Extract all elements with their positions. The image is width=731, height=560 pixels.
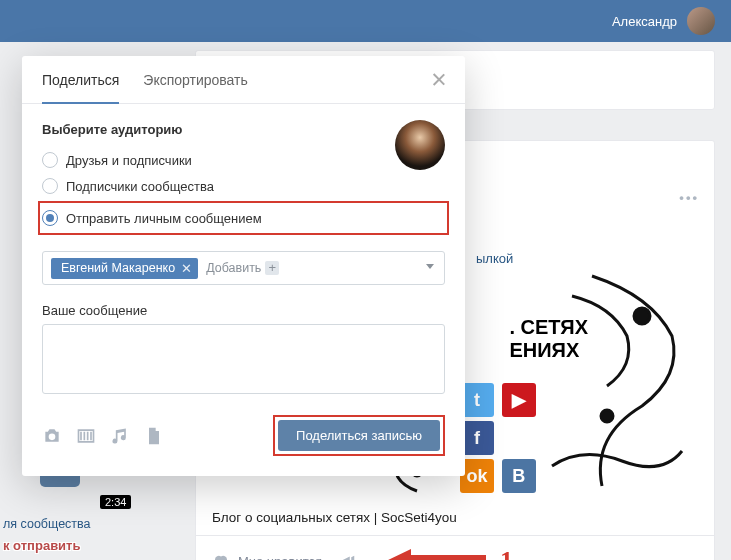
- username[interactable]: Александр: [612, 14, 677, 29]
- social-icons: t ▶ f ok B: [458, 381, 548, 495]
- radio-label: Отправить личным сообщением: [66, 211, 262, 226]
- avatar[interactable]: [687, 7, 715, 35]
- attach-row: [42, 426, 164, 446]
- image-text: . СЕТЯХ ЕНИЯХ: [509, 316, 588, 362]
- like-icon[interactable]: [212, 552, 230, 560]
- radio-friends[interactable]: Друзья и подписчики: [42, 147, 445, 173]
- annotation-arrow-1: [386, 546, 486, 560]
- more-menu-icon[interactable]: •••: [679, 190, 699, 205]
- share-button[interactable]: Поделиться записью: [278, 420, 440, 451]
- post-footer: Мне нравится 1.: [196, 535, 714, 560]
- tutorial-text-1: к отправить: [3, 538, 180, 555]
- profile-picture: [395, 120, 445, 170]
- radio-label: Друзья и подписчики: [66, 153, 192, 168]
- chip-name: Евгений Макаренко: [61, 261, 175, 275]
- facebook-icon: f: [460, 421, 494, 455]
- tab-share[interactable]: Поделиться: [42, 56, 119, 104]
- radio-label: Подписчики сообщества: [66, 179, 214, 194]
- radio-private-message[interactable]: Отправить личным сообщением: [42, 205, 445, 231]
- camera-icon[interactable]: [42, 426, 62, 446]
- document-icon[interactable]: [144, 426, 164, 446]
- svg-point-0: [634, 308, 650, 324]
- audience-title: Выберите аудиторию: [42, 122, 445, 137]
- music-icon[interactable]: [110, 426, 130, 446]
- video-icon[interactable]: [76, 426, 96, 446]
- like-label[interactable]: Мне нравится: [238, 554, 322, 561]
- radio-community[interactable]: Подписчики сообщества: [42, 173, 445, 199]
- message-input[interactable]: [42, 324, 445, 394]
- message-label: Ваше сообщение: [42, 303, 445, 318]
- link-fragment[interactable]: ылкой: [476, 251, 714, 266]
- close-icon[interactable]: [429, 70, 449, 90]
- highlight-box-2: Отправить личным сообщением: [38, 201, 449, 235]
- svg-point-1: [601, 410, 613, 422]
- community-caption[interactable]: ля сообщества: [3, 517, 180, 531]
- vk-icon: B: [502, 459, 536, 493]
- annotation-1: 1.: [500, 546, 520, 560]
- share-modal: Поделиться Экспортировать Выберите аудит…: [22, 56, 465, 476]
- recipient-picker[interactable]: Евгений Макаренко ✕ Добавить +: [42, 251, 445, 285]
- post-title[interactable]: Блог о социальных сетях | SocSeti4you: [196, 496, 714, 535]
- radio-dot-icon: [42, 152, 58, 168]
- ok-icon: ok: [460, 459, 494, 493]
- youtube-icon: ▶: [502, 383, 536, 417]
- duration-badge: 2:34: [100, 495, 131, 509]
- twitter-icon: t: [460, 383, 494, 417]
- top-bar: Александр: [0, 0, 731, 42]
- recipient-chip: Евгений Макаренко ✕: [51, 258, 198, 279]
- plus-icon[interactable]: +: [265, 261, 279, 275]
- modal-tabs: Поделиться Экспортировать: [22, 56, 465, 104]
- add-label[interactable]: Добавить: [206, 261, 261, 275]
- chevron-down-icon[interactable]: [426, 264, 434, 269]
- highlight-box-3: Поделиться записью: [273, 415, 445, 456]
- radio-dot-icon: [42, 178, 58, 194]
- left-strip-2: к отправить вое сообщение: [0, 534, 180, 560]
- chip-remove-icon[interactable]: ✕: [181, 261, 192, 276]
- svg-marker-3: [386, 549, 486, 560]
- radio-dot-icon: [42, 210, 58, 226]
- tab-export[interactable]: Экспортировать: [143, 56, 247, 103]
- share-icon[interactable]: [340, 552, 358, 560]
